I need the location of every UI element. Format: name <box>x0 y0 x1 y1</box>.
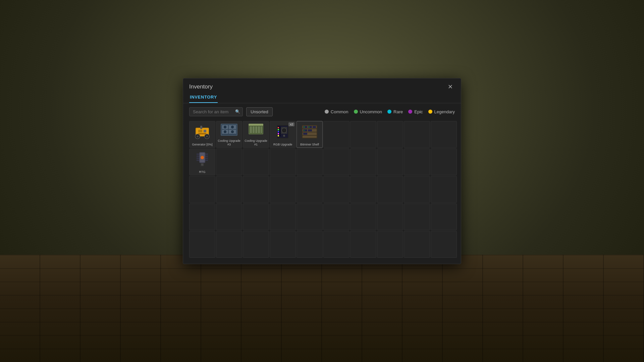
grid-slot-19[interactable] <box>431 148 457 175</box>
svg-rect-66 <box>201 164 203 166</box>
grid-slot-12[interactable] <box>243 148 269 175</box>
grid-slot-22[interactable] <box>243 176 269 203</box>
grid-slot-13[interactable] <box>270 148 296 175</box>
svg-point-3 <box>197 135 199 137</box>
grid-slot-47[interactable] <box>377 231 403 258</box>
filter-button[interactable]: Unsorted <box>246 107 273 116</box>
rarity-legendary[interactable]: Legendary <box>428 109 455 114</box>
rarity-rare[interactable]: Rare <box>387 109 403 114</box>
grid-slot-31[interactable] <box>216 203 242 230</box>
grid-slot-33[interactable] <box>270 203 296 230</box>
grid-slot-44[interactable] <box>297 231 323 258</box>
grid-slot-5[interactable] <box>323 121 350 148</box>
grid-slot-20[interactable] <box>189 176 215 203</box>
modal-title: Inventory <box>189 83 213 90</box>
grid-slot-8[interactable] <box>404 121 430 148</box>
grid-slot-2[interactable]: Cooling Upgrade #1 <box>243 121 269 148</box>
grid-slot-25[interactable] <box>323 176 350 203</box>
uncommon-label: Uncommon <box>360 109 382 114</box>
search-wrapper: 🔍 <box>189 107 243 116</box>
svg-point-64 <box>201 156 204 159</box>
svg-rect-61 <box>205 156 208 157</box>
common-label: Common <box>331 109 348 114</box>
epic-label: Epic <box>414 109 423 114</box>
grid-slot-11[interactable] <box>216 148 242 175</box>
grid-slot-41[interactable] <box>216 231 242 258</box>
grid-slot-3[interactable]: x2 <box>270 121 296 148</box>
svg-rect-8 <box>204 130 206 132</box>
uncommon-dot <box>354 110 358 114</box>
grid-slot-29[interactable] <box>431 176 457 203</box>
grid-slot-23[interactable] <box>270 176 296 203</box>
grid-slot-27[interactable] <box>377 176 403 203</box>
grid-slot-34[interactable] <box>297 203 323 230</box>
rarity-common[interactable]: Common <box>325 109 348 114</box>
inventory-modal: Inventory ✕ INVENTORY 🔍 Unsorted Common … <box>183 78 461 264</box>
grid-slot-10[interactable]: RTG <box>189 148 215 175</box>
rtg-label: RTG <box>199 170 206 175</box>
svg-point-5 <box>206 135 208 137</box>
grid-slot-0[interactable]: Generator [0%] <box>189 121 215 148</box>
grid-slot-48[interactable] <box>404 231 430 258</box>
grid-slot-32[interactable] <box>243 203 269 230</box>
svg-rect-23 <box>253 126 255 133</box>
svg-rect-58 <box>197 158 199 159</box>
cooling1-icon <box>243 121 269 138</box>
grid-slot-42[interactable] <box>243 231 269 258</box>
svg-rect-50 <box>303 133 307 135</box>
rare-dot <box>387 110 391 114</box>
tab-inventory[interactable]: INVENTORY <box>189 92 218 103</box>
grid-slot-28[interactable] <box>404 176 430 203</box>
grid-slot-21[interactable] <box>216 176 242 203</box>
svg-rect-24 <box>255 126 257 133</box>
rarity-filters: Common Uncommon Rare Epic Legendary <box>325 109 455 114</box>
generator-label: Generator [0%] <box>191 142 213 147</box>
common-dot <box>325 110 329 114</box>
grid-slot-6[interactable] <box>350 121 376 148</box>
grid-slot-38[interactable] <box>404 203 430 230</box>
grid-slot-14[interactable] <box>297 148 323 175</box>
rare-label: Rare <box>393 109 403 114</box>
rtg-icon <box>190 149 215 170</box>
inventory-grid: Generator [0%] <box>183 120 461 264</box>
grid-slot-46[interactable] <box>350 231 376 258</box>
grid-slot-1[interactable]: Cooling Upgrade #3 <box>216 121 242 148</box>
svg-rect-46 <box>308 126 312 128</box>
grid-slot-45[interactable] <box>323 231 350 258</box>
grid-slot-40[interactable] <box>189 231 215 258</box>
svg-rect-7 <box>198 130 202 132</box>
grid-slot-9[interactable] <box>431 121 457 148</box>
rarity-uncommon[interactable]: Uncommon <box>354 109 382 114</box>
epic-dot <box>408 110 412 114</box>
grid-slot-43[interactable] <box>270 231 296 258</box>
tabs-bar: INVENTORY <box>183 92 461 103</box>
svg-rect-26 <box>261 126 262 133</box>
cooling1-label: Cooling Upgrade #1 <box>243 138 269 147</box>
grid-slot-36[interactable] <box>350 203 376 230</box>
close-button[interactable]: ✕ <box>446 83 455 90</box>
grid-slot-35[interactable] <box>323 203 350 230</box>
grid-slot-7[interactable] <box>377 121 403 148</box>
svg-point-17 <box>231 125 234 129</box>
grid-slot-15[interactable] <box>323 148 350 175</box>
grid-slot-4[interactable]: Bitminer Shelf Bitminer Shelf Shelf used… <box>297 121 323 148</box>
grid-slot-37[interactable] <box>377 203 403 230</box>
svg-rect-25 <box>258 126 260 133</box>
grid-slot-17[interactable] <box>377 148 403 175</box>
grid-slot-49[interactable] <box>431 231 457 258</box>
svg-rect-34 <box>278 133 279 134</box>
svg-point-18 <box>223 130 227 133</box>
rarity-epic[interactable]: Epic <box>408 109 423 114</box>
search-input[interactable] <box>189 107 243 116</box>
grid-slot-16[interactable] <box>350 148 376 175</box>
svg-rect-33 <box>278 131 279 132</box>
toolbar: 🔍 Unsorted Common Uncommon Rare <box>183 103 461 120</box>
grid-slot-26[interactable] <box>350 176 376 203</box>
svg-rect-27 <box>249 124 263 126</box>
svg-rect-47 <box>313 126 316 128</box>
grid-slot-39[interactable] <box>431 203 457 230</box>
grid-slot-18[interactable] <box>404 148 430 175</box>
grid-slot-30[interactable] <box>189 203 215 230</box>
svg-rect-59 <box>197 160 199 161</box>
grid-slot-24[interactable] <box>297 176 323 203</box>
